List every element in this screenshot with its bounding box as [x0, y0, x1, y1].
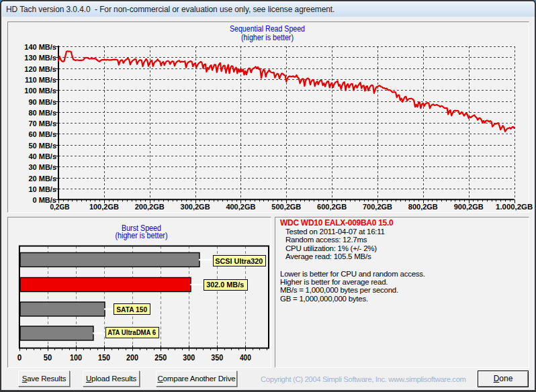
- svg-text:130 MB/s: 130 MB/s: [24, 54, 56, 62]
- svg-text:SCSI Ultra320: SCSI Ultra320: [215, 257, 263, 265]
- svg-text:0: 0: [17, 353, 22, 362]
- svg-text:(higher is better): (higher is better): [116, 231, 168, 240]
- svg-text:90 MB/s: 90 MB/s: [28, 98, 56, 106]
- svg-text:20 MB/s: 20 MB/s: [28, 175, 56, 183]
- svg-text:120 MB/s: 120 MB/s: [24, 65, 56, 73]
- svg-text:60 MB/s: 60 MB/s: [28, 130, 56, 138]
- svg-text:800,2GB: 800,2GB: [408, 203, 438, 211]
- svg-text:300: 300: [183, 353, 195, 362]
- svg-text:110 MB/s: 110 MB/s: [25, 76, 56, 84]
- svg-text:0,2GB: 0,2GB: [50, 203, 70, 211]
- svg-text:200: 200: [126, 353, 138, 362]
- svg-text:350: 350: [211, 353, 223, 362]
- svg-text:30 MB/s: 30 MB/s: [28, 163, 56, 171]
- svg-text:200,2GB: 200,2GB: [135, 203, 165, 211]
- svg-text:300,2GB: 300,2GB: [181, 203, 210, 211]
- svg-text:10 MB/s: 10 MB/s: [28, 185, 56, 193]
- svg-text:302.0 MB/s: 302.0 MB/s: [206, 281, 244, 289]
- svg-text:80 MB/s: 80 MB/s: [28, 109, 56, 117]
- svg-text:Sequential Read Speed: Sequential Read Speed: [230, 24, 305, 34]
- svg-text:500,2GB: 500,2GB: [271, 203, 301, 211]
- svg-text:50: 50: [44, 353, 52, 362]
- svg-text:100,2GB: 100,2GB: [89, 203, 119, 211]
- svg-text:(higher is better): (higher is better): [241, 33, 294, 42]
- svg-text:SATA 150: SATA 150: [116, 305, 147, 313]
- svg-text:50 MB/s: 50 MB/s: [28, 142, 56, 150]
- svg-text:700,2GB: 700,2GB: [363, 203, 392, 211]
- svg-text:400: 400: [240, 353, 251, 362]
- svg-text:100 MB/s: 100 MB/s: [24, 87, 56, 95]
- svg-text:400,2GB: 400,2GB: [226, 203, 255, 211]
- svg-text:900,2GB: 900,2GB: [454, 203, 484, 211]
- svg-text:70 MB/s: 70 MB/s: [28, 119, 56, 128]
- svg-text:140 MB/s: 140 MB/s: [24, 43, 56, 51]
- svg-text:600,2GB: 600,2GB: [317, 203, 347, 211]
- svg-text:100: 100: [70, 353, 82, 362]
- svg-text:ATA UltraDMA 6: ATA UltraDMA 6: [107, 328, 156, 336]
- svg-text:1.000,2GB: 1.000,2GB: [496, 203, 533, 211]
- svg-text:40 MB/s: 40 MB/s: [28, 152, 56, 160]
- svg-text:250: 250: [154, 353, 167, 362]
- svg-text:150: 150: [98, 353, 110, 362]
